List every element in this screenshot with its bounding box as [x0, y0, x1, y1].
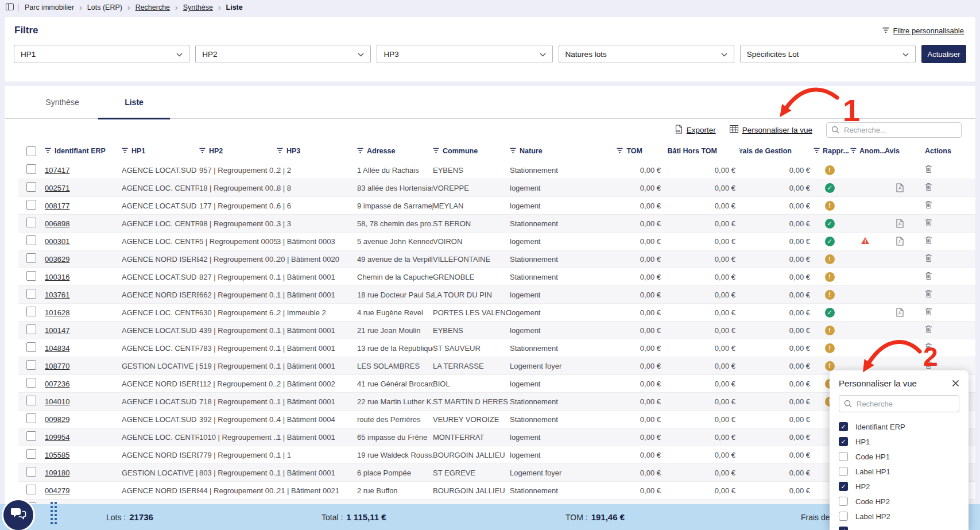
pdf-document-icon[interactable]	[896, 219, 904, 228]
row-checkbox[interactable]	[26, 182, 36, 192]
lot-id-link[interactable]: 000301	[45, 237, 69, 246]
tab-synthese[interactable]: Synthèse	[26, 86, 98, 118]
row-checkbox[interactable]	[26, 485, 36, 494]
lot-id-link[interactable]: 002571	[45, 184, 69, 192]
row-checkbox[interactable]	[26, 431, 36, 441]
filter-icon[interactable]	[357, 147, 363, 155]
popup-item-label-hp2[interactable]: Label HP2	[839, 509, 959, 524]
refresh-button[interactable]: Actualiser	[921, 45, 966, 63]
row-checkbox[interactable]	[26, 289, 36, 299]
checked-checkbox[interactable]: ✓	[839, 527, 848, 530]
popup-item-hp2[interactable]: ✓HP2	[839, 479, 959, 494]
lot-id-link[interactable]: 109180	[45, 469, 69, 477]
select-all-checkbox[interactable]	[26, 146, 36, 156]
unchecked-checkbox[interactable]	[839, 512, 848, 521]
popup-item-partial[interactable]: ✓	[839, 524, 959, 530]
export-button[interactable]: xls Exporter	[675, 125, 716, 136]
lot-id-link[interactable]: 105585	[45, 451, 69, 459]
unchecked-checkbox[interactable]	[839, 497, 848, 506]
row-checkbox[interactable]	[26, 200, 36, 210]
row-checkbox[interactable]	[26, 324, 36, 334]
unchecked-checkbox[interactable]	[839, 467, 848, 476]
col-header-bati-hors-tom[interactable]: Bâti Hors TOM	[664, 147, 739, 155]
pdf-document-icon[interactable]	[896, 308, 904, 317]
close-icon[interactable]	[952, 380, 959, 387]
table-search-input[interactable]	[826, 122, 962, 138]
lot-id-link[interactable]: 007236	[45, 380, 69, 388]
filter-icon[interactable]	[277, 147, 283, 155]
row-checkbox[interactable]	[26, 449, 36, 459]
popup-search-input[interactable]	[839, 395, 959, 412]
col-header-frais-de-gestion[interactable]: Frais de Gestion	[739, 147, 814, 155]
delete-row-button[interactable]	[925, 236, 932, 246]
lot-id-link[interactable]: 107417	[45, 166, 69, 175]
checked-checkbox[interactable]: ✓	[839, 422, 848, 431]
customize-view-button[interactable]: Personnaliser la vue	[730, 125, 812, 134]
unchecked-checkbox[interactable]	[839, 452, 848, 461]
col-header-adresse[interactable]: Adresse	[357, 147, 433, 155]
delete-row-button[interactable]	[925, 200, 932, 211]
filter-icon[interactable]	[617, 147, 623, 155]
lot-id-link[interactable]: 008177	[45, 202, 69, 210]
filter-icon[interactable]	[850, 147, 857, 155]
col-header-avis[interactable]: Avis	[885, 147, 919, 155]
checked-checkbox[interactable]: ✓	[839, 482, 848, 491]
col-header-hp3[interactable]: HP3	[277, 147, 357, 155]
delete-row-button[interactable]	[925, 254, 932, 264]
filter-select-sp-cificit-s-lot[interactable]: Spécificités Lot	[740, 45, 916, 63]
row-checkbox[interactable]	[26, 413, 36, 423]
checked-checkbox[interactable]: ✓	[839, 437, 848, 446]
filter-select-hp1[interactable]: HP1	[14, 45, 189, 63]
filter-select-hp3[interactable]: HP3	[377, 45, 552, 63]
lot-id-link[interactable]: 104010	[45, 397, 69, 406]
chat-widget-button[interactable]	[2, 498, 35, 530]
custom-filter-link[interactable]: Filtre personnalisable	[882, 26, 964, 35]
row-checkbox[interactable]	[26, 218, 36, 227]
lot-id-link[interactable]: 108770	[45, 362, 69, 370]
breadcrumb-item-3[interactable]: Synthèse	[183, 3, 213, 11]
filter-icon[interactable]	[45, 147, 51, 155]
row-checkbox[interactable]	[26, 342, 36, 352]
row-checkbox[interactable]	[26, 360, 36, 370]
lot-id-link[interactable]: 100316	[45, 273, 69, 281]
filter-icon[interactable]	[433, 147, 439, 155]
lot-id-link[interactable]: 003629	[45, 255, 69, 264]
tab-liste[interactable]: Liste	[98, 86, 170, 119]
row-checkbox[interactable]	[26, 467, 36, 477]
filter-icon[interactable]	[122, 147, 128, 155]
col-header-identifiant-erp[interactable]: Identifiant ERP	[45, 147, 122, 155]
lot-id-link[interactable]: 009829	[45, 415, 69, 424]
delete-row-button[interactable]	[925, 165, 932, 175]
filter-icon[interactable]	[814, 147, 820, 155]
filter-icon[interactable]	[199, 147, 206, 155]
delete-row-button[interactable]	[925, 218, 932, 229]
row-checkbox[interactable]	[26, 164, 36, 174]
filter-icon[interactable]	[510, 147, 516, 155]
delete-row-button[interactable]	[925, 343, 932, 353]
lot-id-link[interactable]: 004279	[45, 486, 69, 495]
row-checkbox[interactable]	[26, 271, 36, 281]
delete-row-button[interactable]	[925, 183, 932, 193]
col-header-hp2[interactable]: HP2	[199, 147, 277, 155]
lot-id-link[interactable]: 103761	[45, 291, 69, 299]
delete-row-button[interactable]	[925, 325, 932, 335]
filter-select-hp2[interactable]: HP2	[195, 45, 371, 63]
col-header-tom[interactable]: TOM	[578, 147, 664, 155]
col-header-actions[interactable]: Actions	[919, 147, 963, 155]
row-checkbox[interactable]	[26, 396, 36, 405]
delete-row-button[interactable]	[925, 307, 932, 318]
popup-item-code-hp2[interactable]: Code HP2	[839, 494, 959, 509]
filter-select-natures-lots[interactable]: Natures lots	[559, 45, 734, 63]
row-checkbox[interactable]	[26, 253, 36, 263]
drag-handle[interactable]	[51, 502, 57, 524]
row-checkbox[interactable]	[26, 235, 36, 245]
lot-id-link[interactable]: 109954	[45, 433, 69, 442]
lot-id-link[interactable]: 101628	[45, 308, 69, 317]
lot-id-link[interactable]: 006898	[45, 219, 69, 228]
popup-item-identifiant-erp[interactable]: ✓Identifiant ERP	[839, 419, 959, 434]
breadcrumb-item-2[interactable]: Recherche	[135, 3, 170, 11]
col-header-hp1[interactable]: HP1	[122, 147, 199, 155]
delete-row-button[interactable]	[925, 289, 932, 300]
sidebar-toggle-icon[interactable]	[6, 3, 14, 12]
delete-row-button[interactable]	[925, 272, 932, 282]
